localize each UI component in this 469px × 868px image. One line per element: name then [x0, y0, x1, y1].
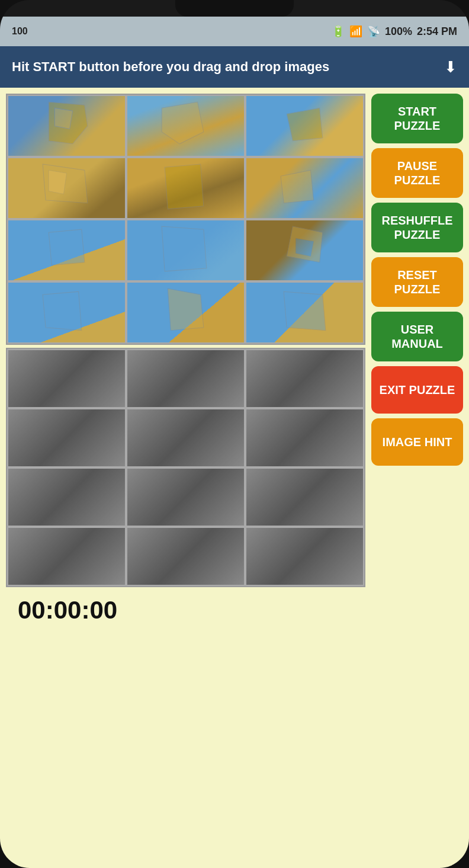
header-instruction-text: Hit START button before you drag and dro… — [12, 59, 438, 75]
puzzle-cell-1-3[interactable] — [245, 95, 364, 157]
buttons-panel: START PUZZLE PAUSE PUZZLE RESHUFFLE PUZZ… — [371, 94, 463, 862]
puzzle-cell-4-1[interactable] — [7, 281, 126, 344]
wifi-icon: 📶 — [349, 25, 362, 38]
timer-section: 00:00:00 — [6, 587, 365, 633]
bottom-cell-3-1[interactable] — [7, 467, 126, 527]
puzzle-cell-3-1[interactable] — [7, 219, 126, 281]
bottom-cell-2-2[interactable] — [126, 408, 245, 467]
status-right: 🔋 📶 📡 100% 2:54 PM — [332, 25, 457, 38]
time-display: 2:54 PM — [417, 25, 457, 38]
timer-display: 00:00:00 — [18, 596, 117, 624]
puzzle-cell-3-2[interactable] — [126, 219, 245, 281]
battery-percentage: 100% — [385, 25, 412, 38]
pause-puzzle-button[interactable]: PAUSE PUZZLE — [371, 148, 463, 198]
header-arrow-icon: ⬇ — [444, 58, 457, 76]
bottom-cell-2-3[interactable] — [245, 408, 364, 467]
puzzle-cell-4-2[interactable] — [126, 281, 245, 344]
reshuffle-puzzle-button[interactable]: RESHUFFLE PUZZLE — [371, 203, 463, 252]
puzzle-cell-2-2[interactable] — [126, 157, 245, 219]
puzzle-cell-3-3[interactable] — [245, 219, 364, 281]
bottom-cell-1-2[interactable] — [126, 349, 245, 408]
signal-icon: 📡 — [367, 25, 380, 38]
bottom-cell-1-1[interactable] — [7, 349, 126, 408]
app-container: Hit START button before you drag and dro… — [0, 46, 469, 868]
bottom-cell-2-1[interactable] — [7, 408, 126, 467]
bottom-cell-4-2[interactable] — [126, 527, 245, 586]
user-manual-button[interactable]: USER MANUAL — [371, 312, 463, 361]
image-hint-button[interactable]: IMAGE HINT — [371, 418, 463, 466]
puzzle-section: 00:00:00 — [6, 94, 365, 862]
main-content: 00:00:00 START PUZZLE PAUSE PUZZLE RESHU… — [0, 88, 469, 868]
battery-percent-icon: 100 — [12, 26, 28, 37]
puzzle-cell-1-2[interactable] — [126, 95, 245, 157]
bottom-cell-4-1[interactable] — [7, 527, 126, 586]
bottom-puzzle-grid — [6, 348, 365, 587]
phone-frame: 100 🔋 📶 📡 100% 2:54 PM Hit START button … — [0, 0, 469, 868]
bottom-cell-4-3[interactable] — [245, 527, 364, 586]
battery-status-icon: 🔋 — [332, 25, 345, 38]
puzzle-cell-4-3[interactable] — [245, 281, 364, 344]
bottom-cell-3-3[interactable] — [245, 467, 364, 527]
puzzle-cell-2-3[interactable] — [245, 157, 364, 219]
status-bar: 100 🔋 📶 📡 100% 2:54 PM — [0, 17, 469, 46]
puzzle-cell-2-1[interactable] — [7, 157, 126, 219]
start-puzzle-button[interactable]: START PUZZLE — [371, 94, 463, 143]
phone-notch — [175, 0, 294, 17]
status-left: 100 — [12, 26, 28, 37]
header-bar: Hit START button before you drag and dro… — [0, 46, 469, 88]
bottom-cell-1-3[interactable] — [245, 349, 364, 408]
reset-puzzle-button[interactable]: RESET PUZZLE — [371, 257, 463, 307]
exit-puzzle-button[interactable]: EXIT PUZZLE — [371, 366, 463, 414]
top-puzzle-grid — [6, 94, 365, 345]
bottom-cell-3-2[interactable] — [126, 467, 245, 527]
puzzle-cell-1-1[interactable] — [7, 95, 126, 157]
